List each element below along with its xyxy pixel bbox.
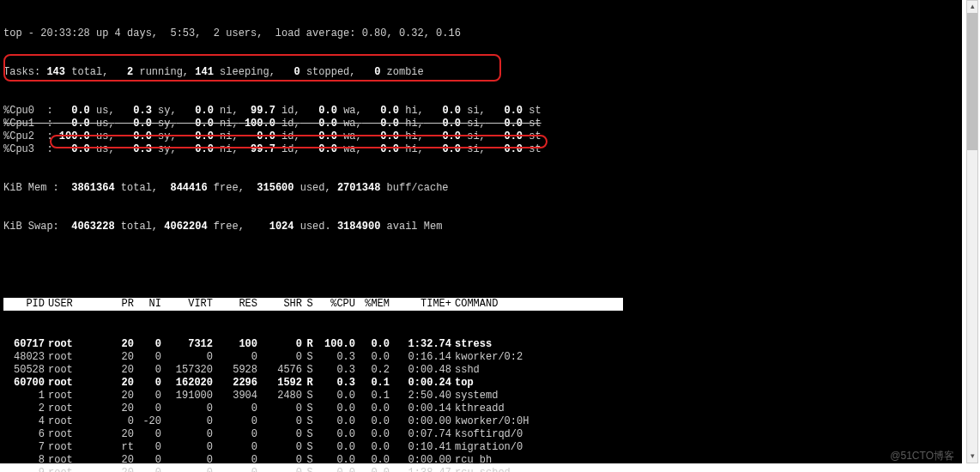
- column-header[interactable]: RES: [213, 298, 257, 311]
- watermark-text: @51CTO博客: [890, 449, 954, 463]
- process-row[interactable]: 50528root20015732059284576S0.30.20:00.48…: [3, 364, 959, 377]
- cpu-line: %Cpu1 : 0.0 us, 0.0 sy, 0.0 ni, 100.0 id…: [3, 118, 959, 130]
- top-summary-line1: top - 20:33:28 up 4 days, 5:53, 2 users,…: [3, 27, 959, 40]
- terminal-window[interactable]: top - 20:33:28 up 4 days, 5:53, 2 users,…: [0, 0, 962, 463]
- cpu-line: %Cpu0 : 0.0 us, 0.3 sy, 0.0 ni, 99.7 id,…: [3, 105, 959, 118]
- column-header[interactable]: VIRT: [161, 298, 213, 311]
- process-row[interactable]: 60700root20016202022961592R0.30.10:00.24…: [3, 377, 959, 390]
- process-row[interactable]: 48023root200000S0.30.00:16.14kworker/0:2: [3, 351, 959, 364]
- process-row[interactable]: 9root200000S0.00.01:38.47rcu_sched: [3, 467, 959, 472]
- column-header[interactable]: TIME+: [390, 298, 451, 311]
- column-header[interactable]: NI: [134, 298, 161, 311]
- scroll-down-arrow-icon[interactable]: ▾: [967, 451, 977, 462]
- column-header[interactable]: COMMAND: [451, 298, 623, 311]
- column-header[interactable]: PID: [3, 298, 45, 311]
- cpu-line: %Cpu2 : 100.0 us, 0.0 sy, 0.0 ni, 0.0 id…: [3, 130, 959, 143]
- process-row[interactable]: 60717root20073121000R100.00.01:32.74stre…: [3, 338, 959, 351]
- vertical-scrollbar[interactable]: ▴ ▾: [966, 0, 978, 463]
- process-table-header: PIDUSERPRNIVIRTRESSHRS%CPU%MEMTIME+COMMA…: [3, 298, 959, 311]
- scroll-up-arrow-icon[interactable]: ▴: [967, 2, 977, 12]
- column-header[interactable]: %CPU: [318, 298, 355, 311]
- top-summary-tasks: Tasks: 143 total, 2 running, 141 sleepin…: [3, 66, 959, 79]
- column-header[interactable]: USER: [45, 298, 106, 311]
- cpu-line: %Cpu3 : 0.0 us, 0.3 sy, 0.0 ni, 99.7 id,…: [3, 143, 959, 156]
- top-summary-cpus: %Cpu0 : 0.0 us, 0.3 sy, 0.0 ni, 99.7 id,…: [3, 105, 959, 156]
- scrollbar-thumb[interactable]: [967, 13, 977, 150]
- process-row[interactable]: 6root200000S0.00.00:07.74ksoftirqd/0: [3, 428, 959, 441]
- process-row[interactable]: 1root20019100039042480S0.00.12:50.40syst…: [3, 390, 959, 402]
- column-header[interactable]: %MEM: [355, 298, 390, 311]
- top-summary-mem: KiB Mem : 3861364 total, 844416 free, 31…: [3, 182, 959, 195]
- top-summary-swap: KiB Swap: 4063228 total, 4062204 free, 1…: [3, 221, 959, 233]
- process-row[interactable]: 4root0-20000S0.00.00:00.00kworker/0:0H: [3, 415, 959, 428]
- column-header[interactable]: S: [302, 298, 318, 311]
- column-header[interactable]: SHR: [257, 298, 302, 311]
- process-row[interactable]: 7rootrt0000S0.00.00:10.41migration/0: [3, 441, 959, 454]
- process-row[interactable]: 2root200000S0.00.00:00.14kthreadd: [3, 402, 959, 415]
- process-table-body: 60717root20073121000R100.00.01:32.74stre…: [3, 338, 959, 472]
- process-row[interactable]: 8root200000S0.00.00:00.00rcu_bh: [3, 454, 959, 467]
- column-header[interactable]: PR: [106, 298, 134, 311]
